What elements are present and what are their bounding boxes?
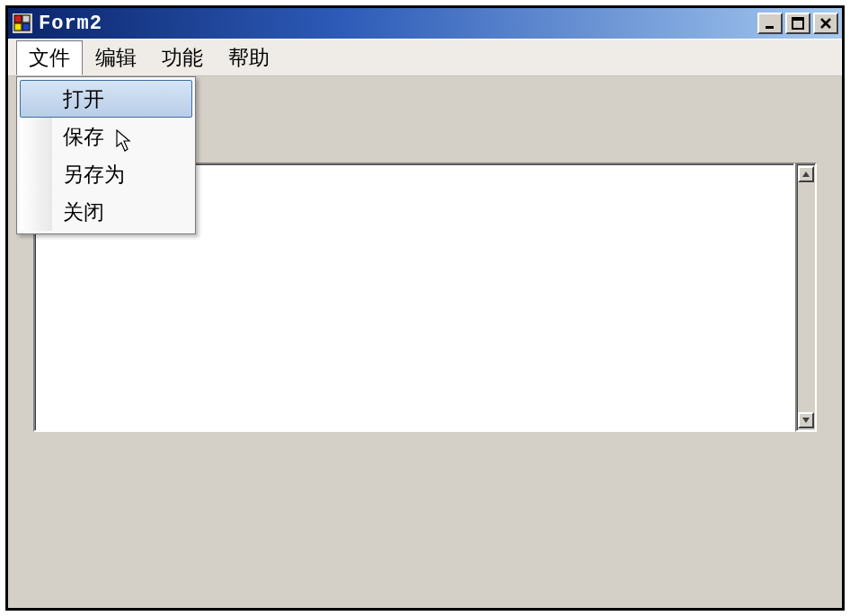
menu-edit[interactable]: 编辑: [83, 40, 149, 75]
scroll-down-button[interactable]: [798, 412, 814, 428]
maximize-button[interactable]: [785, 13, 810, 34]
window-controls: [757, 13, 838, 34]
dropdown-save-label: 保存: [63, 123, 104, 151]
svg-rect-2: [22, 15, 30, 22]
app-icon: [12, 13, 33, 34]
dropdown-close-label: 关闭: [63, 198, 104, 226]
window: Form2 文件 编辑 功能 帮助 打开 保存 另存: [5, 5, 845, 611]
minimize-button[interactable]: [757, 13, 783, 34]
scroll-up-button[interactable]: [798, 166, 814, 182]
close-button[interactable]: [813, 13, 838, 34]
svg-rect-5: [766, 26, 774, 29]
svg-rect-1: [14, 15, 22, 22]
svg-rect-7: [792, 18, 803, 21]
menu-help[interactable]: 帮助: [216, 40, 282, 75]
menu-file[interactable]: 文件: [16, 40, 83, 75]
svg-rect-4: [22, 23, 30, 31]
dropdown-open[interactable]: 打开: [20, 80, 192, 118]
vertical-scrollbar[interactable]: [795, 163, 817, 432]
svg-rect-3: [14, 23, 22, 31]
dropdown-open-label: 打开: [63, 85, 104, 113]
menu-function[interactable]: 功能: [149, 40, 216, 75]
dropdown-saveas-label: 另存为: [63, 161, 125, 189]
window-title: Form2: [39, 13, 757, 35]
dropdown-saveas[interactable]: 另存为: [20, 155, 192, 193]
dropdown-close[interactable]: 关闭: [20, 193, 192, 231]
titlebar[interactable]: Form2: [8, 8, 842, 39]
dropdown-save[interactable]: 保存: [20, 118, 192, 155]
file-dropdown: 打开 保存 另存为 关闭: [16, 76, 196, 234]
menubar: 文件 编辑 功能 帮助 打开 保存 另存为 关闭: [8, 39, 842, 76]
